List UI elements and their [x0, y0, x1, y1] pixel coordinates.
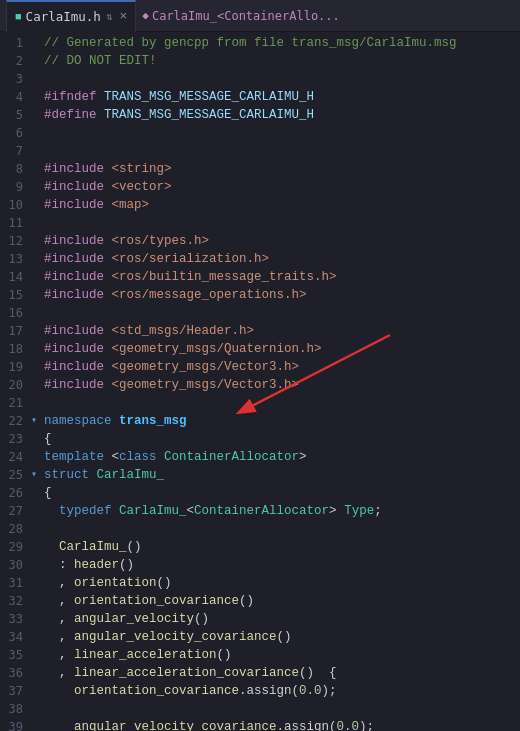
fold-gutter: ▾▾ — [28, 32, 40, 731]
code-line: struct CarlaImu_ — [44, 466, 516, 484]
code-line: , orientation() — [44, 574, 516, 592]
active-tab[interactable]: ■ CarlaImu.h ⇅ × — [6, 0, 136, 32]
code-line — [44, 214, 516, 232]
file-icon: ■ — [15, 11, 22, 23]
code-line: template <class ContainerAllocator> — [44, 448, 516, 466]
line-number-gutter: 1234567891011121314151617181920212223242… — [0, 32, 28, 731]
code-line: angular_velocity_covariance.assign(0.0); — [44, 718, 516, 731]
code-line — [44, 700, 516, 718]
code-line: #include <geometry_msgs/Vector3.h> — [44, 358, 516, 376]
code-line: #include <ros/builtin_message_traits.h> — [44, 268, 516, 286]
tab-close[interactable]: × — [120, 9, 128, 24]
code-line: #ifndef TRANS_MSG_MESSAGE_CARLAIMU_H — [44, 88, 516, 106]
code-line: { — [44, 430, 516, 448]
tab-right-info: ◆ CarlaImu_<ContainerAllo... — [142, 9, 339, 23]
code-line: , linear_acceleration_covariance() { — [44, 664, 516, 682]
tab-bar: ■ CarlaImu.h ⇅ × ◆ CarlaImu_<ContainerAl… — [0, 0, 520, 32]
tab-filename: CarlaImu.h — [26, 9, 101, 24]
code-line — [44, 124, 516, 142]
code-line: , orientation_covariance() — [44, 592, 516, 610]
code-line — [44, 70, 516, 88]
code-line: #include <geometry_msgs/Quaternion.h> — [44, 340, 516, 358]
editor-body: 1234567891011121314151617181920212223242… — [0, 32, 520, 731]
code-line: #include <geometry_msgs/Vector3.h> — [44, 376, 516, 394]
code-line: orientation_covariance.assign(0.0); — [44, 682, 516, 700]
code-line: { — [44, 484, 516, 502]
code-area: // Generated by gencpp from file trans_m… — [40, 32, 520, 731]
code-line: : header() — [44, 556, 516, 574]
code-line: , angular_velocity_covariance() — [44, 628, 516, 646]
code-line: #include <ros/types.h> — [44, 232, 516, 250]
code-line: , linear_acceleration() — [44, 646, 516, 664]
code-line: #include <std_msgs/Header.h> — [44, 322, 516, 340]
code-line — [44, 142, 516, 160]
code-line: #include <ros/serialization.h> — [44, 250, 516, 268]
code-line: namespace trans_msg — [44, 412, 516, 430]
code-line: #define TRANS_MSG_MESSAGE_CARLAIMU_H — [44, 106, 516, 124]
code-line — [44, 394, 516, 412]
code-line: // Generated by gencpp from file trans_m… — [44, 34, 516, 52]
code-line: // DO NOT EDIT! — [44, 52, 516, 70]
code-line: CarlaImu_() — [44, 538, 516, 556]
diamond-icon: ◆ — [142, 9, 149, 22]
tab-arrows[interactable]: ⇅ — [106, 10, 113, 23]
code-line: #include <string> — [44, 160, 516, 178]
tab-right-label: CarlaImu_<ContainerAllo... — [152, 9, 340, 23]
code-line: typedef CarlaImu_<ContainerAllocator> Ty… — [44, 502, 516, 520]
code-line: , angular_velocity() — [44, 610, 516, 628]
code-line: #include <map> — [44, 196, 516, 214]
code-line: #include <ros/message_operations.h> — [44, 286, 516, 304]
code-line — [44, 520, 516, 538]
code-line — [44, 304, 516, 322]
editor-window: ■ CarlaImu.h ⇅ × ◆ CarlaImu_<ContainerAl… — [0, 0, 520, 731]
code-line: #include <vector> — [44, 178, 516, 196]
